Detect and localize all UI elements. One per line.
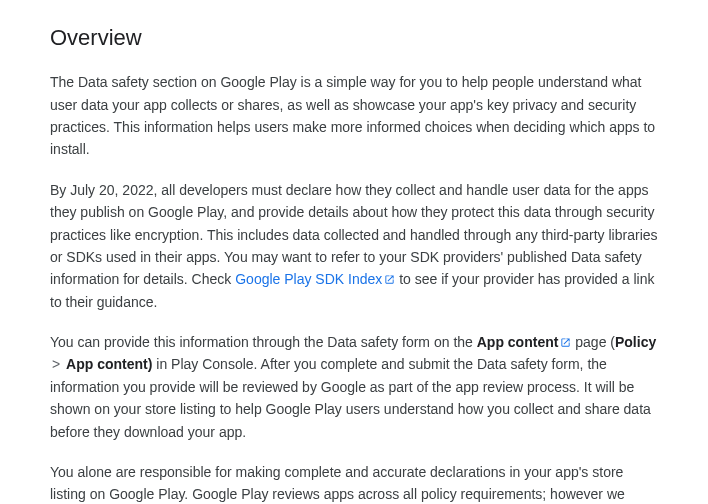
paragraph-intro: The Data safety section on Google Play i… [50, 71, 658, 161]
sdk-index-link-text: Google Play SDK Index [235, 271, 382, 287]
para3-text-a: You can provide this information through… [50, 334, 477, 350]
external-link-icon [384, 274, 395, 285]
breadcrumb-separator: > [52, 356, 64, 372]
para3-text-b: page ( [571, 334, 615, 350]
paragraph-responsibility: You alone are responsible for making com… [50, 461, 658, 504]
app-content-link-text: App content [477, 334, 559, 350]
app-content-link[interactable]: App content [477, 334, 572, 350]
external-link-icon [560, 337, 571, 348]
paragraph-deadline: By July 20, 2022, all developers must de… [50, 179, 658, 313]
sdk-index-link[interactable]: Google Play SDK Index [235, 271, 395, 287]
paragraph-form: You can provide this information through… [50, 331, 658, 443]
overview-heading: Overview [50, 20, 658, 55]
breadcrumb-app-content: App content) [66, 356, 152, 372]
breadcrumb-policy: Policy [615, 334, 656, 350]
